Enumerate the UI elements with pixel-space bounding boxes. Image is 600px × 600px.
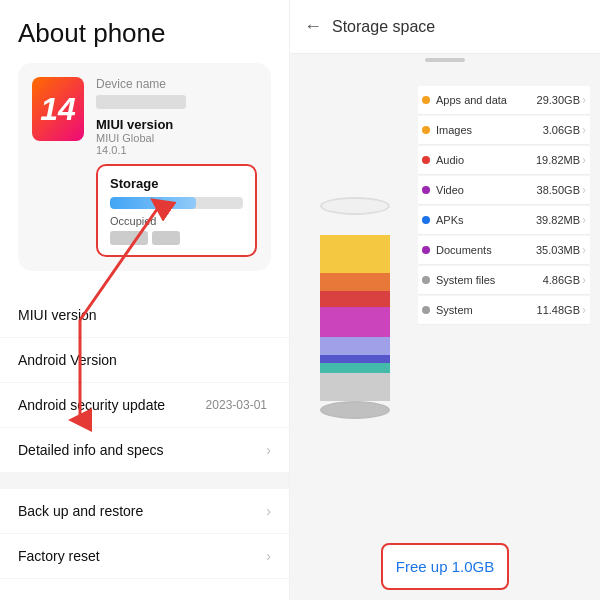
storage-bar: [110, 197, 243, 209]
occupied-blocks: [110, 231, 243, 245]
legend-right-video: 38.50GB ›: [537, 183, 586, 197]
legend-dot-apks: [422, 216, 430, 224]
legend-label-video: Video: [436, 184, 464, 196]
cyl-seg-4: [320, 307, 390, 337]
miui-global-label: MIUI Global: [96, 132, 257, 144]
legend-size-system: 11.48GB: [537, 304, 580, 316]
menu-item-miui-version[interactable]: MIUI version: [0, 293, 289, 338]
legend-label-apks: APKs: [436, 214, 464, 226]
legend-left-apps: Apps and data: [422, 94, 507, 106]
legend-size-system-files: 4.86GB: [543, 274, 580, 286]
chevron-icon-detailed: ›: [266, 442, 271, 458]
right-panel-title: Storage space: [332, 18, 435, 36]
legend-left-images: Images: [422, 124, 472, 136]
legend-right-documents: 35.03MB ›: [536, 243, 586, 257]
legend-right-apps: 29.30GB ›: [537, 93, 586, 107]
legend-item-apps[interactable]: Apps and data 29.30GB ›: [418, 86, 590, 115]
menu-item-factory-reset[interactable]: Factory reset ›: [0, 534, 289, 579]
device-text: Device name MIUI version MIUI Global 14.…: [96, 77, 257, 257]
legend-left-video: Video: [422, 184, 464, 196]
chevron-icon-factory-reset: ›: [266, 548, 271, 564]
legend-chevron-system-files: ›: [582, 273, 586, 287]
back-button[interactable]: ←: [304, 16, 322, 37]
legend-left-documents: Documents: [422, 244, 492, 256]
menu-label-security-update: Android security update: [18, 397, 165, 413]
legend-chevron-apks: ›: [582, 213, 586, 227]
legend-label-system-files: System files: [436, 274, 495, 286]
legend-left-system: System: [422, 304, 473, 316]
right-panel: ← Storage space: [290, 0, 600, 600]
menu-value-security-update: 2023-03-01: [206, 398, 267, 412]
legend-size-apks: 39.82MB: [536, 214, 580, 226]
storage-legend: Apps and data 29.30GB › Images 3.06GB ›: [418, 82, 590, 533]
menu-label-miui-version: MIUI version: [18, 307, 97, 323]
device-info-card: 14 Device name MIUI version MIUI Global …: [18, 63, 271, 271]
legend-right-audio: 19.82MB ›: [536, 153, 586, 167]
cyl-seg-2: [320, 273, 390, 291]
legend-dot-apps: [422, 96, 430, 104]
cyl-seg-1: [320, 235, 390, 273]
legend-item-system[interactable]: System 11.48GB ›: [418, 296, 590, 325]
cyl-seg-6: [320, 355, 390, 363]
menu-item-backup[interactable]: Back up and restore ›: [0, 489, 289, 534]
legend-chevron-video: ›: [582, 183, 586, 197]
legend-label-documents: Documents: [436, 244, 492, 256]
storage-card: Storage Occupied: [96, 164, 257, 257]
legend-label-images: Images: [436, 124, 472, 136]
legend-item-audio[interactable]: Audio 19.82MB ›: [418, 146, 590, 175]
legend-item-video[interactable]: Video 38.50GB ›: [418, 176, 590, 205]
occupied-block-1: [110, 231, 148, 245]
legend-chevron-apps: ›: [582, 93, 586, 107]
legend-size-audio: 19.82MB: [536, 154, 580, 166]
free-up-button[interactable]: Free up 1.0GB: [381, 543, 509, 590]
legend-dot-video: [422, 186, 430, 194]
cyl-seg-3: [320, 291, 390, 307]
legend-item-images[interactable]: Images 3.06GB ›: [418, 116, 590, 145]
menu-item-android-version[interactable]: Android Version: [0, 338, 289, 383]
legend-left-system-files: System files: [422, 274, 495, 286]
legend-right-images: 3.06GB ›: [543, 123, 586, 137]
legend-right-apks: 39.82MB ›: [536, 213, 586, 227]
device-name-value: [96, 95, 186, 109]
legend-label-audio: Audio: [436, 154, 464, 166]
legend-left-apks: APKs: [422, 214, 464, 226]
legend-size-apps: 29.30GB: [537, 94, 580, 106]
legend-dot-system: [422, 306, 430, 314]
legend-item-system-files[interactable]: System files 4.86GB ›: [418, 266, 590, 295]
left-menu: MIUI version Android Version Android sec…: [0, 289, 289, 600]
storage-cylinder: [320, 197, 390, 419]
miui-number-label: 14.0.1: [96, 144, 257, 156]
legend-dot-images: [422, 126, 430, 134]
occupied-label: Occupied: [110, 215, 243, 227]
legend-label-system: System: [436, 304, 473, 316]
legend-item-documents[interactable]: Documents 35.03MB ›: [418, 236, 590, 265]
legend-chevron-audio: ›: [582, 153, 586, 167]
menu-section-gap: [0, 473, 289, 489]
legend-right-system-files: 4.86GB ›: [543, 273, 586, 287]
legend-chevron-images: ›: [582, 123, 586, 137]
legend-size-images: 3.06GB: [543, 124, 580, 136]
legend-size-video: 38.50GB: [537, 184, 580, 196]
chevron-icon-backup: ›: [266, 503, 271, 519]
left-header: About phone 14 Device name MIUI version …: [0, 0, 289, 289]
legend-left-audio: Audio: [422, 154, 464, 166]
right-header: ← Storage space: [290, 0, 600, 54]
free-up-section: Free up 1.0GB: [367, 533, 523, 600]
cyl-seg-8: [320, 373, 390, 401]
cyl-seg-7: [320, 363, 390, 373]
cyl-seg-0: [320, 215, 390, 235]
legend-label-apps: Apps and data: [436, 94, 507, 106]
page-title: About phone: [18, 18, 271, 49]
legend-item-apks[interactable]: APKs 39.82MB ›: [418, 206, 590, 235]
menu-item-security-update[interactable]: Android security update 2023-03-01: [0, 383, 289, 428]
left-panel: About phone 14 Device name MIUI version …: [0, 0, 290, 600]
legend-dot-system-files: [422, 276, 430, 284]
menu-label-factory-reset: Factory reset: [18, 548, 100, 564]
device-name-label: Device name: [96, 77, 257, 91]
menu-item-detailed-info[interactable]: Detailed info and specs ›: [0, 428, 289, 473]
occupied-block-2: [152, 231, 180, 245]
storage-content: Apps and data 29.30GB › Images 3.06GB ›: [290, 82, 600, 533]
miui-logo: 14: [32, 77, 84, 141]
storage-title: Storage: [110, 176, 243, 191]
menu-label-android-version: Android Version: [18, 352, 117, 368]
